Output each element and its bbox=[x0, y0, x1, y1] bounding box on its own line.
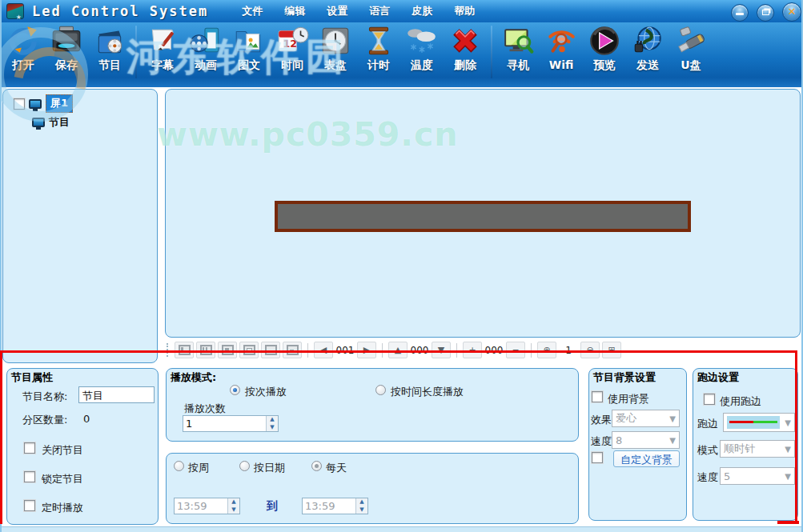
spinner-arrows[interactable]: ▲▼ bbox=[266, 416, 278, 431]
spin-up-icon[interactable]: ▲ bbox=[267, 416, 278, 424]
move-up-button[interactable]: ▲ bbox=[388, 342, 408, 358]
time-to-value[interactable]: 13:59 bbox=[303, 498, 355, 514]
mini-separator bbox=[307, 343, 308, 358]
toolbar-temperature-button[interactable]: 温度 bbox=[401, 24, 443, 73]
custom-background-checkbox[interactable] bbox=[592, 452, 603, 463]
toolbar-image-text-button[interactable]: 图文 bbox=[228, 24, 270, 73]
toolbar-usb-button[interactable]: U盘 bbox=[670, 24, 712, 73]
canvas-program-region[interactable] bbox=[275, 201, 691, 232]
custom-background-button[interactable]: 自定义背景 bbox=[613, 450, 680, 467]
menu-edit[interactable]: 编辑 bbox=[284, 4, 305, 18]
tree-item-screen1-label[interactable]: 屏1 bbox=[46, 94, 73, 113]
by-date-radio[interactable] bbox=[239, 461, 250, 471]
border-mode-dropdown[interactable]: 顺时针 ▼ bbox=[720, 440, 795, 458]
usb-icon bbox=[674, 24, 708, 58]
play-by-duration-radio[interactable] bbox=[375, 385, 386, 395]
spin-down-icon[interactable]: ▼ bbox=[356, 506, 367, 514]
close-program-checkbox[interactable] bbox=[24, 442, 35, 454]
menu-language[interactable]: 语言 bbox=[369, 4, 390, 18]
restore-button[interactable] bbox=[757, 4, 774, 22]
toolbar-send-button[interactable]: 发送 bbox=[627, 24, 668, 73]
timed-play-label: 定时播放 bbox=[42, 501, 83, 515]
border-speed-dropdown[interactable]: 5 ▼ bbox=[720, 467, 795, 485]
play-by-duration-label: 按时间长度播放 bbox=[391, 385, 464, 399]
toolbar-subtitle-button[interactable]: 字幕 bbox=[142, 24, 183, 73]
screen1-checkbox[interactable] bbox=[14, 98, 25, 110]
to-label: 到 bbox=[267, 499, 278, 514]
toolbar-save-button[interactable]: 保存 bbox=[46, 24, 87, 73]
spin-up-icon[interactable]: ▲ bbox=[228, 498, 239, 506]
toolbar-wifi-button[interactable]: Wifi bbox=[540, 24, 582, 71]
close-icon: ✕ bbox=[788, 6, 797, 18]
mini-separator bbox=[456, 343, 457, 358]
menu-skin[interactable]: 皮肤 bbox=[412, 4, 432, 18]
toolbar-grip-handle[interactable] bbox=[167, 343, 170, 357]
move-down-button[interactable]: ▼ bbox=[432, 342, 451, 358]
spinner-arrows[interactable]: ▲▼ bbox=[227, 498, 239, 514]
spinner-arrows[interactable]: ▲▼ bbox=[355, 498, 367, 514]
last-page-button[interactable]: ▶ bbox=[357, 342, 376, 358]
app-logo-icon bbox=[6, 3, 24, 19]
border-style-dropdown[interactable]: ▼ bbox=[723, 413, 795, 432]
align-columns-button[interactable] bbox=[196, 342, 215, 358]
spin-up-icon[interactable]: ▲ bbox=[356, 498, 367, 506]
spin-down-icon[interactable]: ▼ bbox=[228, 506, 239, 514]
use-background-label: 使用背景 bbox=[608, 392, 649, 406]
use-background-checkbox[interactable] bbox=[592, 391, 603, 402]
remove-button[interactable]: − bbox=[506, 342, 525, 358]
add-button[interactable]: + bbox=[463, 342, 482, 358]
bg-speed-dropdown[interactable]: 8 ▼ bbox=[612, 431, 680, 449]
tree-item-screen1[interactable]: 屏1 bbox=[14, 94, 73, 113]
effect-dropdown[interactable]: 爱心 ▼ bbox=[612, 410, 680, 427]
toolbar-separator bbox=[135, 26, 137, 78]
bg-speed-label: 速度 bbox=[591, 434, 612, 449]
align-bottom-center-button[interactable] bbox=[283, 342, 302, 358]
align-fill-button[interactable] bbox=[239, 342, 259, 358]
toolbar-delete-button[interactable]: 删除 bbox=[444, 24, 486, 73]
tree-item-program-label[interactable]: 节目 bbox=[49, 115, 70, 130]
timed-play-checkbox[interactable] bbox=[24, 500, 35, 511]
timer-icon bbox=[362, 24, 395, 58]
toolbar-find-device-button[interactable]: 寻机 bbox=[497, 24, 539, 73]
align-center-button[interactable] bbox=[218, 342, 237, 358]
time-from-value[interactable]: 13:59 bbox=[175, 498, 227, 514]
wifi-icon bbox=[544, 24, 578, 58]
minimize-button[interactable] bbox=[731, 4, 749, 22]
minimize-icon bbox=[736, 13, 744, 15]
tree-item-program[interactable]: 节目 bbox=[32, 115, 70, 130]
align-left-button[interactable] bbox=[175, 342, 194, 358]
zoom-in-button[interactable]: ⊕ bbox=[537, 342, 556, 358]
first-page-button[interactable]: ◀ bbox=[314, 342, 333, 358]
play-by-count-radio[interactable] bbox=[230, 385, 240, 395]
window-controls: ✕ bbox=[731, 3, 801, 22]
play-count-spinner[interactable]: 1 ▲▼ bbox=[183, 415, 279, 432]
toolbar-preview-button[interactable]: 预览 bbox=[584, 24, 625, 73]
toolbar-time-button[interactable]: 12 时间 bbox=[271, 24, 313, 73]
toolbar-timer-button[interactable]: 计时 bbox=[358, 24, 399, 73]
by-week-radio[interactable] bbox=[174, 461, 184, 471]
use-border-checkbox[interactable] bbox=[704, 394, 715, 405]
spin-down-icon[interactable]: ▼ bbox=[267, 424, 278, 432]
toolbar-program-button[interactable]: 节目 bbox=[89, 24, 130, 73]
menu-help[interactable]: 帮助 bbox=[454, 4, 475, 18]
menu-file[interactable]: 文件 bbox=[242, 4, 263, 18]
fit-view-button[interactable]: ⊞ bbox=[602, 342, 621, 358]
lock-program-label: 锁定节目 bbox=[42, 472, 83, 486]
toolbar-animation-button[interactable]: 动画 bbox=[185, 24, 227, 73]
daily-label: 每天 bbox=[326, 461, 347, 475]
program-name-input[interactable]: 节目 bbox=[78, 386, 155, 403]
daily-radio[interactable] bbox=[311, 461, 322, 471]
toolbar-separator bbox=[491, 26, 492, 78]
align-bottom-button[interactable] bbox=[261, 342, 280, 358]
program-properties-title: 节目属性 bbox=[11, 370, 53, 385]
menu-settings[interactable]: 设置 bbox=[327, 4, 347, 18]
time-to-spinner[interactable]: 13:59 ▲▼ bbox=[302, 498, 368, 514]
close-button[interactable]: ✕ bbox=[782, 2, 801, 22]
play-count-value[interactable]: 1 bbox=[183, 416, 266, 431]
lock-program-checkbox[interactable] bbox=[24, 471, 35, 482]
toolbar-open-button[interactable]: 打开 bbox=[2, 24, 44, 73]
border-settings-title: 跑边设置 bbox=[697, 370, 739, 385]
zoom-out-button[interactable]: ⊖ bbox=[580, 342, 600, 358]
toolbar-clock-dial-button[interactable]: 表盘 bbox=[315, 24, 356, 73]
time-from-spinner[interactable]: 13:59 ▲▼ bbox=[174, 498, 240, 514]
